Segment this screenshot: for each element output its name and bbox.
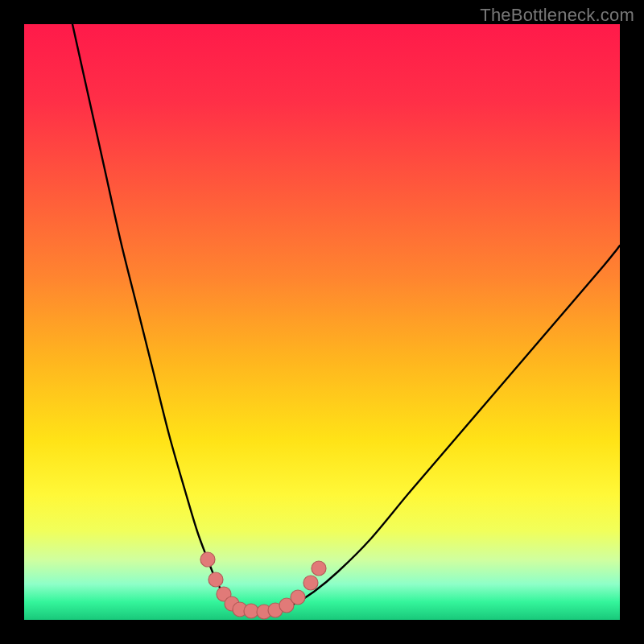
curve-marker [200, 552, 215, 567]
gradient-background [24, 24, 620, 620]
chart-frame: TheBottleneck.com [0, 0, 644, 644]
curve-marker [303, 576, 318, 590]
watermark-text: TheBottleneck.com [480, 5, 634, 26]
chart-svg [24, 24, 620, 620]
curve-marker [208, 572, 223, 587]
curve-marker [312, 561, 326, 576]
plot-area [24, 24, 620, 620]
curve-marker [291, 590, 305, 605]
curve-marker [244, 604, 258, 618]
